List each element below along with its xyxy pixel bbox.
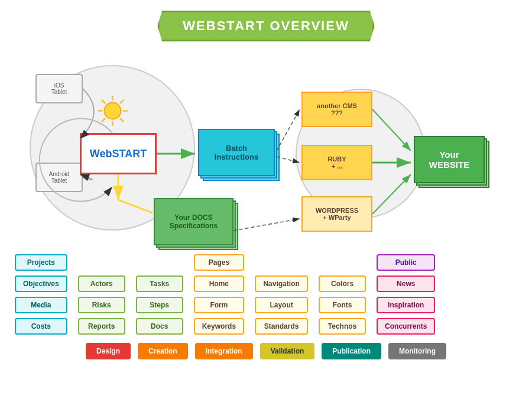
svg-point-8	[105, 103, 121, 119]
workflow-creation[interactable]: Creation	[138, 343, 188, 359]
another-cms-box: another CMS ???	[301, 92, 372, 127]
tags-col-2b: - Tasks Steps Docs	[133, 254, 186, 335]
docs-card-front: Your DOCS Specifications	[154, 198, 233, 245]
tags-col-2: - Actors Risks Reports	[75, 254, 128, 335]
tag-media: Media	[15, 297, 67, 313]
tags-col-1: Projects Objectives Media Costs	[12, 254, 70, 335]
tag-keywords: Keywords	[194, 318, 244, 335]
tag-colors: Colors	[319, 275, 366, 292]
tag-news: News	[377, 275, 435, 292]
sun-icon	[96, 95, 129, 127]
ruby-box: RUBY + ...	[301, 145, 372, 180]
workflow-integration[interactable]: Integration	[195, 343, 253, 359]
tag-tasks: Tasks	[136, 275, 183, 292]
tag-pages: Pages	[194, 254, 244, 271]
tag-home: Home	[194, 275, 244, 292]
tags-col-3b: - Navigation Layout Standards	[252, 254, 311, 335]
tags-col-3: Pages Home Form Keywords	[191, 254, 247, 335]
tag-actors: Actors	[78, 275, 125, 292]
banner: WEBSTART overview	[157, 11, 374, 41]
svg-line-4	[102, 100, 105, 103]
webstart-box: WebSTART	[80, 133, 157, 174]
svg-line-17	[233, 219, 300, 231]
tag-standards: Standards	[255, 318, 308, 335]
banner-title: WEBSTART overview	[157, 11, 374, 41]
batch-card-front: Batch Instructions	[198, 129, 275, 176]
bottom-tags-section: Projects Objectives Media Costs - Actors…	[12, 254, 520, 359]
tag-layout: Layout	[255, 297, 308, 313]
svg-line-7	[102, 118, 105, 122]
tag-navigation: Navigation	[255, 275, 308, 292]
diagram-area: iOS Tablet Android Tablet WebSTART Bat	[12, 41, 520, 272]
workflow-validation[interactable]: Validation	[260, 343, 315, 359]
tag-objectives: Objectives	[15, 275, 67, 292]
svg-line-5	[120, 118, 124, 122]
ios-tablet: iOS Tablet	[35, 74, 83, 103]
tag-technos: Technos	[319, 318, 366, 335]
workflow-design[interactable]: Design	[86, 343, 131, 359]
tag-risks: Risks	[78, 297, 125, 313]
workflow-row: Design Creation Integration Validation P…	[12, 343, 520, 359]
workflow-monitoring[interactable]: Monitoring	[388, 343, 446, 359]
tag-public: Public	[377, 254, 435, 271]
wordpress-box: WORDPRESS + WParty	[301, 196, 372, 232]
tag-costs: Costs	[15, 318, 67, 335]
tags-col-3c: - Colors Fonts Technos	[316, 254, 369, 335]
android-tablet: Android Tablet	[35, 163, 83, 192]
tag-projects: Projects	[15, 254, 67, 271]
webstart-label: WebSTART	[90, 148, 147, 160]
tag-reports: Reports	[78, 318, 125, 335]
tag-fonts: Fonts	[319, 297, 366, 313]
tags-col-4: Public News Inspiration Concurrents	[374, 254, 438, 335]
website-card-front: Your WEBSITE	[414, 136, 485, 183]
tag-form: Form	[194, 297, 244, 313]
tag-docs: Docs	[136, 318, 183, 335]
tag-concurrents: Concurrents	[377, 318, 435, 335]
tag-steps: Steps	[136, 297, 183, 313]
tag-inspiration: Inspiration	[377, 297, 435, 313]
svg-line-6	[120, 100, 124, 103]
workflow-publication[interactable]: Publication	[322, 343, 381, 359]
